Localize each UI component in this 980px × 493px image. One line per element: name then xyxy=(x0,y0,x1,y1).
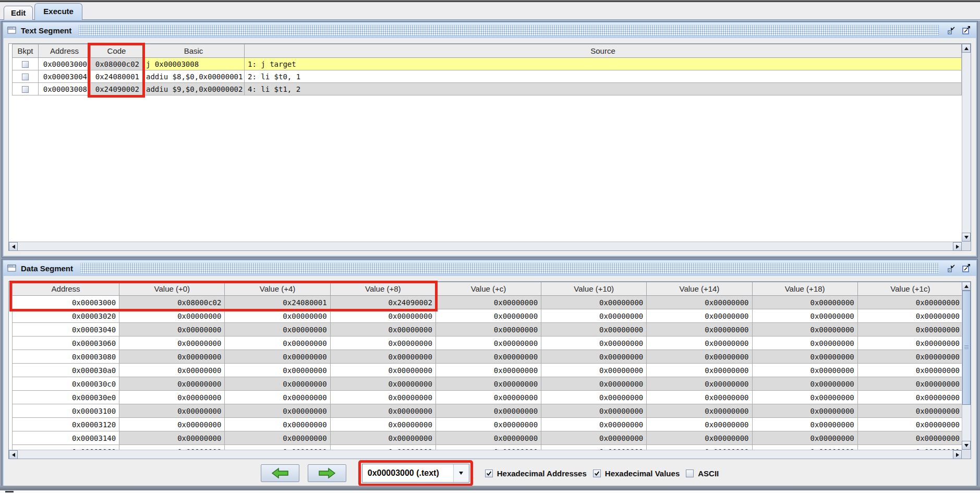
value-cell[interactable]: 0x00000000 xyxy=(225,364,330,377)
maximize-icon[interactable] xyxy=(961,26,971,35)
value-cell[interactable]: 0x00000000 xyxy=(541,364,647,377)
code-cell[interactable]: 0x24090002 xyxy=(91,83,143,95)
column-header[interactable]: Value (+14) xyxy=(647,282,752,296)
value-cell[interactable]: 0x00000000 xyxy=(647,323,752,336)
value-cell[interactable]: 0x00000000 xyxy=(752,296,857,309)
minimize-icon[interactable] xyxy=(946,26,956,35)
code-cell[interactable]: 0x08000c02 xyxy=(91,58,143,70)
column-header[interactable]: Bkpt xyxy=(13,44,39,58)
value-cell[interactable]: 0x00000000 xyxy=(330,350,435,364)
value-cell[interactable]: 0x00000000 xyxy=(857,445,962,450)
value-cell[interactable]: 0x00000000 xyxy=(647,404,752,418)
value-cell[interactable]: 0x00000000 xyxy=(541,404,647,418)
column-header[interactable]: Value (+c) xyxy=(435,282,541,296)
value-cell[interactable]: 0x00000000 xyxy=(435,391,541,404)
value-cell[interactable]: 0x00000000 xyxy=(435,296,541,309)
value-cell[interactable]: 0x00000000 xyxy=(752,391,857,404)
address-cell[interactable]: 0x00003140 xyxy=(13,431,119,445)
address-cell[interactable]: 0x00003100 xyxy=(13,404,119,418)
address-cell[interactable]: 0x00003000 xyxy=(39,58,91,70)
checkbox-checked-icon[interactable] xyxy=(593,470,601,477)
value-cell[interactable]: 0x00000000 xyxy=(647,309,752,323)
value-cell[interactable]: 0x24090002 xyxy=(330,296,435,309)
value-cell[interactable]: 0x00000000 xyxy=(647,364,752,377)
value-cell[interactable]: 0x00000000 xyxy=(857,364,962,377)
value-cell[interactable]: 0x00000000 xyxy=(119,350,225,364)
value-cell[interactable]: 0x00000000 xyxy=(119,418,225,431)
value-cell[interactable]: 0x00000000 xyxy=(119,391,225,404)
value-cell[interactable]: 0x00000000 xyxy=(857,431,962,445)
value-cell[interactable]: 0x00000000 xyxy=(435,431,541,445)
value-cell[interactable]: 0x00000000 xyxy=(119,431,225,445)
panel-divider-handle[interactable] xyxy=(5,491,14,492)
value-cell[interactable]: 0x00000000 xyxy=(752,323,857,336)
value-cell[interactable]: 0x00000000 xyxy=(435,309,541,323)
value-cell[interactable]: 0x00000000 xyxy=(225,350,330,364)
value-cell[interactable]: 0x00000000 xyxy=(225,431,330,445)
value-cell[interactable]: 0x00000000 xyxy=(119,309,225,323)
value-cell[interactable]: 0x00000000 xyxy=(752,418,857,431)
text-segment-titlebar[interactable]: Text Segment xyxy=(3,22,976,38)
value-cell[interactable]: 0x00000000 xyxy=(857,296,962,309)
value-cell[interactable]: 0x00000000 xyxy=(119,377,225,391)
scroll-left-icon[interactable] xyxy=(9,450,18,459)
scroll-up-icon[interactable] xyxy=(962,282,971,291)
address-cell[interactable]: 0x00003060 xyxy=(13,336,119,350)
scroll-up-icon[interactable] xyxy=(962,44,971,53)
column-header[interactable]: Code xyxy=(91,44,143,58)
titlebar-texture[interactable] xyxy=(79,25,939,35)
checkbox-hexadecimal-addresses[interactable]: Hexadecimal Addresses xyxy=(485,469,587,478)
address-cell[interactable]: 0x000030c0 xyxy=(13,377,119,391)
basic-cell[interactable]: j 0x00003008 xyxy=(143,58,245,70)
breakpoint-checkbox[interactable] xyxy=(22,74,29,80)
value-cell[interactable]: 0x00000000 xyxy=(647,377,752,391)
data-segment-horizontal-scrollbar[interactable] xyxy=(9,450,962,459)
value-cell[interactable]: 0x00000000 xyxy=(119,323,225,336)
value-cell[interactable]: 0x00000000 xyxy=(647,391,752,404)
value-cell[interactable]: 0x00000000 xyxy=(647,296,752,309)
value-cell[interactable]: 0x00000000 xyxy=(330,336,435,350)
data-segment-titlebar[interactable]: Data Segment xyxy=(3,260,976,276)
value-cell[interactable]: 0x00000000 xyxy=(330,404,435,418)
value-cell[interactable]: 0x00000000 xyxy=(330,364,435,377)
column-header[interactable]: Address xyxy=(39,44,91,58)
value-cell[interactable]: 0x00000000 xyxy=(752,336,857,350)
value-cell[interactable]: 0x00000000 xyxy=(752,309,857,323)
basic-cell[interactable]: addiu $8,$0,0x00000001 xyxy=(143,70,245,83)
column-header[interactable]: Basic xyxy=(143,44,245,58)
address-cell[interactable]: 0x00003004 xyxy=(39,70,91,83)
value-cell[interactable]: 0x00000000 xyxy=(857,418,962,431)
column-header[interactable]: Value (+1c) xyxy=(857,282,962,296)
value-cell[interactable]: 0x00000000 xyxy=(330,431,435,445)
minimize-icon[interactable] xyxy=(946,263,956,273)
value-cell[interactable]: 0x00000000 xyxy=(647,445,752,450)
value-cell[interactable]: 0x00000000 xyxy=(857,336,962,350)
scroll-down-icon[interactable] xyxy=(962,441,971,450)
text-segment-horizontal-scrollbar[interactable] xyxy=(9,242,962,250)
value-cell[interactable]: 0x00000000 xyxy=(752,364,857,377)
value-cell[interactable]: 0x00000000 xyxy=(647,431,752,445)
value-cell[interactable]: 0x00000000 xyxy=(119,364,225,377)
value-cell[interactable]: 0x24080001 xyxy=(225,296,330,309)
value-cell[interactable]: 0x00000000 xyxy=(541,309,647,323)
scroll-right-icon[interactable] xyxy=(953,450,962,459)
value-cell[interactable]: 0x00000000 xyxy=(541,431,647,445)
tab-edit[interactable]: Edit xyxy=(4,6,33,20)
value-cell[interactable]: 0x00000000 xyxy=(541,377,647,391)
value-cell[interactable]: 0x00000000 xyxy=(330,323,435,336)
value-cell[interactable]: 0x00000000 xyxy=(857,323,962,336)
chevron-down-icon[interactable] xyxy=(453,464,469,482)
value-cell[interactable]: 0x00000000 xyxy=(330,377,435,391)
tab-execute[interactable]: Execute xyxy=(34,3,82,20)
value-cell[interactable]: 0x00000000 xyxy=(119,404,225,418)
next-range-button[interactable] xyxy=(308,464,346,482)
value-cell[interactable]: 0x00000000 xyxy=(225,391,330,404)
value-cell[interactable]: 0x00000000 xyxy=(435,336,541,350)
source-cell[interactable]: 2: li $t0, 1 xyxy=(245,70,962,83)
value-cell[interactable]: 0x00000000 xyxy=(225,323,330,336)
data-segment-vertical-scrollbar[interactable] xyxy=(962,282,971,450)
text-segment-vertical-scrollbar[interactable] xyxy=(962,44,971,242)
checkbox-ascii[interactable]: ASCII xyxy=(686,469,719,478)
value-cell[interactable]: 0x00000000 xyxy=(435,350,541,364)
checkbox-checked-icon[interactable] xyxy=(485,470,493,477)
